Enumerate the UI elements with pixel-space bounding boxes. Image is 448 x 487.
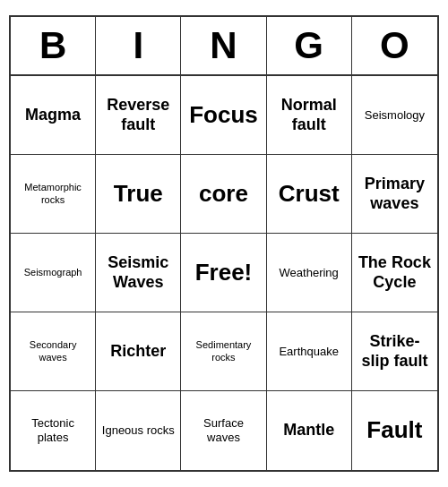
cell-text: Metamorphic rocks [16,182,90,205]
bingo-cell[interactable]: core [181,155,266,234]
cell-text: Igneous rocks [102,423,175,438]
cell-text: Sedimentary rocks [186,339,260,363]
bingo-cell[interactable]: Igneous rocks [96,391,181,470]
cell-text: Reverse fault [101,96,175,134]
bingo-grid: MagmaReverse faultFocusNormal faultSeism… [11,76,437,470]
cell-text: Magma [25,106,81,125]
cell-text: Tectonic plates [16,416,90,444]
bingo-cell[interactable]: Seismograph [11,234,96,312]
cell-text: Mantle [283,421,334,440]
cell-text: Strike-slip fault [358,332,432,371]
cell-text: core [199,180,248,208]
bingo-cell[interactable]: Mantle [267,391,352,470]
cell-text: Primary waves [358,175,432,213]
bingo-cell[interactable]: Seismic Waves [96,234,181,312]
bingo-cell[interactable]: Fault [352,391,437,470]
cell-text: Earthquake [279,345,339,359]
cell-text: Weathering [280,266,339,280]
bingo-cell[interactable]: Primary waves [352,155,437,234]
bingo-cell[interactable]: The Rock Cycle [352,234,437,312]
bingo-card: BINGO MagmaReverse faultFocusNormal faul… [9,15,439,472]
bingo-cell[interactable]: Tectonic plates [11,391,96,470]
bingo-cell[interactable]: Focus [181,76,266,155]
cell-text: Fault [366,416,422,444]
bingo-cell[interactable]: Weathering [267,234,352,312]
cell-text: Focus [189,101,258,129]
cell-text: Surface waves [186,416,260,444]
bingo-cell[interactable]: Surface waves [181,391,266,470]
cell-text: The Rock Cycle [358,253,432,292]
header-letter: I [96,17,181,74]
header-letter: B [11,17,96,74]
bingo-cell[interactable]: True [96,155,181,234]
cell-text: Richter [110,342,166,362]
header-letter: N [181,17,266,74]
cell-text: True [114,180,163,208]
bingo-cell[interactable]: Magma [11,76,96,155]
bingo-cell[interactable]: Secondary waves [11,312,96,391]
cell-text: Seismology [365,108,425,123]
cell-text: Secondary waves [16,339,90,363]
cell-text: Seismic Waves [101,253,175,292]
bingo-cell[interactable]: Strike-slip fault [352,312,437,391]
bingo-cell[interactable]: Normal fault [267,76,352,155]
bingo-cell[interactable]: Earthquake [267,312,352,391]
cell-text: Free! [195,259,253,286]
bingo-cell[interactable]: Crust [267,155,352,234]
bingo-cell[interactable]: Seismology [352,76,437,155]
bingo-cell[interactable]: Richter [96,312,181,391]
cell-text: Seismograph [24,267,82,278]
bingo-cell[interactable]: Metamorphic rocks [11,155,96,234]
header-letter: G [267,17,352,74]
bingo-cell[interactable]: Free! [181,234,266,312]
cell-text: Normal fault [272,96,346,134]
bingo-header: BINGO [11,17,437,76]
bingo-cell[interactable]: Sedimentary rocks [181,312,266,391]
header-letter: O [352,17,437,74]
bingo-cell[interactable]: Reverse fault [96,76,181,155]
cell-text: Crust [279,180,340,208]
